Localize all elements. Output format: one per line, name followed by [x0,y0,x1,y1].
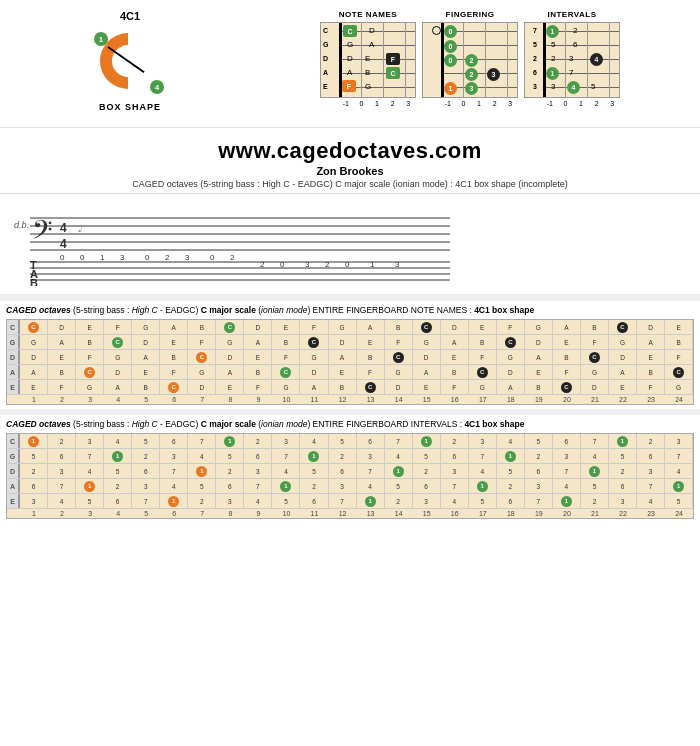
fboard-row: A671234567123456712345671 [7,479,693,494]
fboard-cell: 1 [385,464,413,479]
fboard-dot: C [84,367,95,378]
fret-2 [383,23,384,97]
fret-number: 9 [244,509,272,518]
fret-number: 13 [357,395,385,404]
fboard-cell: B [469,335,497,350]
fboard-cell: C [272,365,300,380]
svg-text:2: 2 [165,253,170,262]
fboard-cell: C [609,320,637,335]
fboard-row: GGABCDEFGABCDEFGABCDEFGAB [7,335,693,350]
fboard-cell: 6 [637,449,665,464]
website-description: CAGED octaves (5-string bass : High C - … [0,179,700,189]
fboard-cell: D [188,380,216,395]
fboard-cell: A [20,365,48,380]
fboard-cell: 6 [20,479,48,494]
fboard-dot: C [112,337,123,348]
fboard-cell: A [553,320,581,335]
fboard-cell: E [132,365,160,380]
fret-1 [361,23,362,97]
fboard-cell: 6 [329,464,357,479]
i-dot-a-1: 1 [546,67,559,80]
fingerboard-intervals-section: CAGED octaves (5-string bass : High C - … [0,415,700,523]
fret-number: 3 [76,395,104,404]
fboard-cell: 5 [329,434,357,449]
f-dot-a-3: 3 [487,68,500,81]
fboard-cell: 6 [525,464,553,479]
top-section: 4C1 1 4 BOX SHAPE NOTE NAMES [0,0,700,127]
fboard-dot: 1 [280,481,291,492]
fboard-cell: 5 [20,449,48,464]
fboard-cell: D [637,320,665,335]
fboard-cell: E [76,320,104,335]
fboard-cell: C [104,335,132,350]
fboard-row: C123456712345671234567123 [7,434,693,449]
fret-number: 3 [76,509,104,518]
fboard-cell: 6 [48,449,76,464]
box-shape-label: BOX SHAPE [99,102,161,112]
fboard-cell: E [413,380,441,395]
fboard-dot: C [589,352,600,363]
website-author: Zon Brookes [0,165,700,177]
fboard-cell: 5 [216,449,244,464]
fboard-cell: 6 [244,449,272,464]
fboard-cell: G [413,335,441,350]
fboard-cell: 7 [665,449,693,464]
fingerboard-intervals-title: CAGED octaves (5-string bass : High C - … [6,419,694,430]
fboard-cell: 4 [497,434,525,449]
i-dot-c-1: 1 [546,25,559,38]
fboard-cell: C [497,335,525,350]
fboard-cell: D [20,350,48,365]
i-fret-3 [609,23,610,97]
fret-number: 16 [441,395,469,404]
fboard-cell: 5 [469,494,497,509]
fboard-cell: 7 [525,494,553,509]
notation-section: d.b. 𝄢 4 4 𝅗𝅥 T A B 0 0 1 3 0 2 3 0 2 2 … [0,194,700,295]
intervals-fretboard: 7 5 2 6 3 1 2 5 6 2 3 4 6 7 1 3 [524,22,620,98]
fboard-cell: 3 [609,494,637,509]
fboard-cell: F [300,320,328,335]
fboard-cell: 1 [160,494,188,509]
fboard-cell: 3 [441,464,469,479]
fboard-cell: 2 [441,434,469,449]
nn-a-c: C [386,67,400,79]
fboard-cell: 6 [132,464,160,479]
fboard-cell: G [20,335,48,350]
fboard-row: DDEFGABCDEFGABCDEFGABCDEF [7,350,693,365]
fboard-cell: 1 [609,434,637,449]
fboard-cell: 6 [216,479,244,494]
fboard-cell: 4 [272,464,300,479]
nn-g-g: G [347,40,353,49]
fboard-dot: C [393,352,404,363]
fboard-row: CCDEFGABCDEFGABCDEFGABCDE [7,320,693,335]
fboard-cell: 4 [244,494,272,509]
string-name: E [7,380,20,394]
sl-a: A [323,69,328,76]
fboard-cell: 1 [188,464,216,479]
il-a: 6 [533,69,537,76]
fret-number: 1 [20,509,48,518]
fboard-cell: G [469,380,497,395]
fret-number: 2 [48,395,76,404]
f-dot-a-2: 2 [465,68,478,81]
fboard-cell: E [160,335,188,350]
fboard-cell: 7 [188,434,216,449]
fboard-cell: A [497,380,525,395]
fboard-cell: G [216,335,244,350]
fboard-cell: B [76,335,104,350]
fboard-cell: G [525,320,553,335]
fboard-cell: E [441,350,469,365]
fboard-cell: D [244,320,272,335]
svg-text:1: 1 [370,260,375,269]
shape-label: 4C1 [120,10,140,22]
svg-text:3: 3 [305,260,310,269]
svg-text:0: 0 [280,260,285,269]
fboard-cell: 5 [497,464,525,479]
fboard-cell: G [300,350,328,365]
fboard-cell: F [637,380,665,395]
fboard-dot: C [224,322,235,333]
fboard-cell: 2 [413,464,441,479]
fboard-cell: 6 [413,479,441,494]
fboard-cell: F [553,365,581,380]
fret-number: 8 [216,509,244,518]
i-fret-2 [587,23,588,97]
